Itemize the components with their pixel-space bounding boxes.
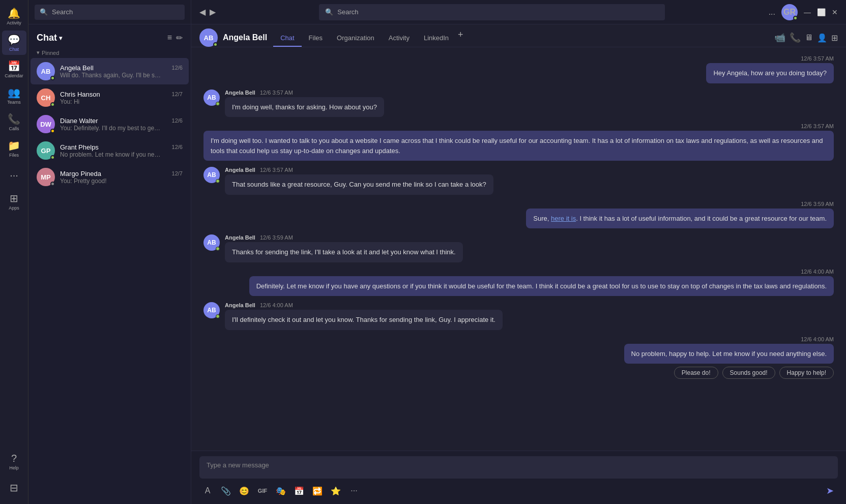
audio-call-icon[interactable]: 📞	[790, 32, 801, 43]
chat-item-diane-walter[interactable]: DW Diane Walter 12/6 You: Definitely. I'…	[31, 111, 189, 137]
chat-apps-icon[interactable]: ⊞	[831, 33, 838, 43]
chat-name: Diane Walter	[60, 117, 98, 125]
quick-reply-please-do[interactable]: Please do!	[674, 367, 718, 379]
message-row-own-1: 12/6 3:57 AM Hey Angela, how are you doi…	[203, 55, 834, 83]
sidebar-item-calendar[interactable]: 📅 Calendar	[2, 57, 26, 81]
add-tab-button[interactable]: +	[458, 29, 463, 46]
message-content: Angela Bell 12/6 3:59 AM Thanks for send…	[225, 234, 463, 262]
tab-organization[interactable]: Organization	[330, 30, 382, 47]
status-dot	[50, 102, 55, 107]
tab-linkedin[interactable]: LinkedIn	[417, 30, 456, 47]
sticker-icon[interactable]: 🎭	[273, 483, 289, 499]
send-button[interactable]: ➤	[822, 483, 838, 499]
message-timestamp: 12/6 3:59 AM	[801, 201, 834, 207]
message-content: Angela Bell 12/6 4:00 AM I'll definitely…	[225, 302, 503, 330]
chat-label: Chat	[9, 47, 19, 52]
chat-date: 12/7	[172, 170, 183, 176]
teams-label: Teams	[7, 100, 21, 105]
sidebar-item-more[interactable]: ···	[2, 163, 26, 187]
chat-date: 12/6	[172, 144, 183, 150]
teams-icon: 👥	[8, 86, 20, 99]
calls-label: Calls	[9, 126, 19, 131]
avatar: MP	[37, 168, 55, 186]
sidebar-action-icons: ≡ ✏	[167, 33, 183, 43]
message-avatar: AB	[203, 90, 220, 106]
message-header: Angela Bell 12/6 4:00 AM	[225, 302, 503, 308]
message-bubble: That sounds like a great resource, Guy. …	[225, 174, 493, 195]
main-panel: ◀ ▶ 🔍 Search ... GR — ⬜ ✕ AB Angela Bell…	[191, 0, 846, 504]
link-here-it-is[interactable]: here it is	[551, 215, 576, 222]
chat-item-angela-bell[interactable]: AB Angela Bell 12/6 Will do. Thanks agai…	[31, 58, 189, 84]
more-options-toolbar-icon[interactable]: ···	[346, 483, 362, 499]
chat-name: Grant Phelps	[60, 143, 99, 151]
message-header: Angela Bell 12/6 3:57 AM	[225, 90, 384, 96]
calls-icon: 📞	[8, 113, 20, 125]
forward-icon[interactable]: ▶	[210, 7, 216, 17]
chat-tabs: Chat Files Organization Activity LinkedI…	[273, 29, 463, 46]
chat-item-grant-phelps[interactable]: GP Grant Phelps 12/6 No problem. Let me …	[31, 137, 189, 164]
chat-header-avatar: AB	[199, 28, 218, 47]
avatar: DW	[37, 115, 55, 133]
tab-chat[interactable]: Chat	[273, 30, 301, 47]
chat-info: Diane Walter 12/6 You: Definitely. I'll …	[60, 117, 183, 132]
message-avatar: AB	[203, 234, 220, 251]
minimize-button[interactable]: —	[804, 8, 811, 16]
sidebar-item-chat[interactable]: 💬 Chat	[2, 31, 26, 55]
sidebar-item-calls[interactable]: 📞 Calls	[2, 110, 26, 134]
maximize-button[interactable]: ⬜	[817, 8, 826, 16]
add-people-icon[interactable]: 👤	[817, 33, 827, 43]
input-placeholder: Type a new message	[207, 461, 269, 469]
help-label: Help	[9, 465, 19, 470]
search-bar[interactable]: 🔍 Search	[35, 5, 185, 20]
chat-item-chris-hanson[interactable]: CH Chris Hanson 12/7 You: Hi	[31, 84, 189, 111]
message-input-box[interactable]: Type a new message	[199, 456, 838, 479]
gif-icon[interactable]: GIF	[254, 483, 271, 499]
message-avatar: AB	[203, 167, 220, 183]
sidebar-item-panel[interactable]: ⊟	[2, 476, 26, 500]
apps-icon: ⊞	[10, 192, 18, 204]
sidebar-item-activity[interactable]: 🔔 Activity	[2, 4, 26, 28]
message-row-8: AB Angela Bell 12/6 4:00 AM I'll definit…	[203, 302, 834, 330]
chat-date: 12/6	[172, 65, 183, 71]
tab-activity[interactable]: Activity	[382, 30, 417, 47]
calendar-icon: 📅	[8, 60, 20, 72]
message-row-own-5: 12/6 3:59 AM Sure, here it is. I think i…	[203, 201, 834, 229]
back-icon[interactable]: ◀	[199, 7, 206, 17]
quick-replies: Please do! Sounds good! Happy to help!	[674, 367, 834, 379]
video-call-icon[interactable]: 📹	[774, 32, 785, 43]
pinned-label: ▾ Pinned	[28, 47, 191, 58]
screen-share-icon[interactable]: 🖥	[805, 33, 813, 42]
header-status-dot	[213, 42, 218, 47]
quick-reply-sounds-good[interactable]: Sounds good!	[722, 367, 775, 379]
chat-item-margo-pineda[interactable]: MP Margo Pineda 12/7 You: Pretty good!	[31, 164, 189, 190]
format-text-icon[interactable]: A	[199, 483, 216, 499]
message-header: Angela Bell 12/6 3:57 AM	[225, 167, 493, 173]
avatar: AB	[37, 62, 55, 80]
loop-icon[interactable]: 🔁	[309, 483, 326, 499]
chat-preview: No problem. Let me know if you need anyt…	[60, 151, 162, 158]
message-toolbar: A 📎 😊 GIF 🎭 📅 🔁 ⭐ ··· ➤	[199, 483, 838, 499]
attach-file-icon[interactable]: 📎	[218, 483, 234, 499]
sidebar-item-teams[interactable]: 👥 Teams	[2, 83, 26, 108]
emoji-icon[interactable]: 😊	[236, 483, 252, 499]
message-timestamp: 12/6 4:00 AM	[801, 336, 834, 342]
chat-icon: 💬	[8, 34, 20, 46]
close-button[interactable]: ✕	[832, 8, 838, 16]
tab-files[interactable]: Files	[302, 30, 330, 47]
global-search[interactable]: 🔍 Search	[319, 4, 665, 20]
schedule-meet-icon[interactable]: 📅	[291, 483, 307, 499]
window-controls: ◀ ▶ 🔍 Search ... GR — ⬜ ✕	[191, 0, 846, 24]
sidebar-item-help[interactable]: ? Help	[2, 449, 26, 473]
new-chat-icon[interactable]: ✏	[176, 33, 183, 43]
filter-icon[interactable]: ≡	[167, 33, 172, 43]
sidebar-item-files[interactable]: 📁 Files	[2, 136, 26, 161]
message-timestamp: 12/6 3:57 AM	[801, 55, 834, 62]
praise-icon[interactable]: ⭐	[328, 483, 344, 499]
sidebar-item-apps[interactable]: ⊞ Apps	[2, 189, 26, 214]
chat-preview: You: Pretty good!	[60, 177, 162, 185]
more-options-icon[interactable]: ...	[769, 8, 775, 17]
user-avatar[interactable]: GR	[781, 4, 798, 20]
more-icon: ···	[10, 169, 18, 181]
quick-reply-happy-to-help[interactable]: Happy to help!	[779, 367, 834, 379]
status-dot	[50, 76, 55, 80]
